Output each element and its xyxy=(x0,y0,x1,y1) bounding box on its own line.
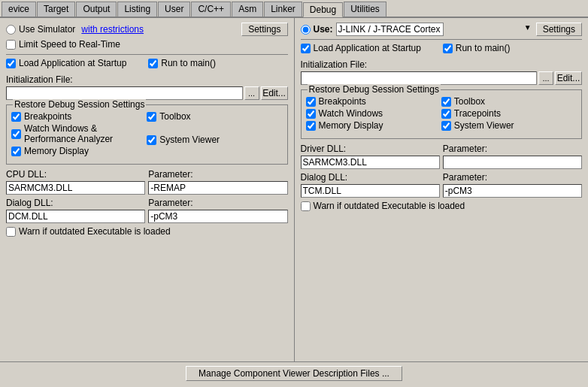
left-init-input[interactable] xyxy=(6,86,243,100)
right-dialog-param-label: Parameter: xyxy=(443,172,582,183)
right-dialog-dll-label: Dialog DLL: xyxy=(301,172,440,183)
tab-debug[interactable]: Debug xyxy=(303,2,343,17)
tab-output[interactable]: Output xyxy=(76,2,117,17)
right-driver-dll-input[interactable] xyxy=(301,156,440,169)
tab-target[interactable]: Target xyxy=(37,2,75,17)
use-radio[interactable] xyxy=(301,25,311,35)
left-load-app-row: Load Application at Startup xyxy=(6,58,145,68)
left-watch-label: Watch Windows & Performance Analyzer xyxy=(24,123,147,144)
right-sysviewer-checkbox[interactable] xyxy=(441,121,451,131)
right-toolbox-checkbox[interactable] xyxy=(441,97,451,107)
right-load-app-label: Load Application at Startup xyxy=(314,43,421,53)
tab-utilities[interactable]: Utilities xyxy=(344,2,386,17)
right-dots-button[interactable]: ... xyxy=(538,71,553,85)
left-load-app-label: Load Application at Startup xyxy=(19,58,126,68)
right-memory-checkbox[interactable] xyxy=(306,121,316,131)
right-watch-checkbox[interactable] xyxy=(306,109,316,119)
right-driver-dll-label: Driver DLL: xyxy=(301,144,440,154)
right-load-app-row: Load Application at Startup xyxy=(301,43,440,53)
simulator-radio[interactable] xyxy=(6,25,16,35)
left-dialog-param-input[interactable] xyxy=(148,210,287,223)
left-cpu-param-label: Parameter: xyxy=(148,169,287,180)
tab-bar: evice Target Output Listing User C/C++ A… xyxy=(0,0,588,18)
left-init-row: ... Edit... xyxy=(6,86,288,100)
left-warn-row: Warn if outdated Executable is loaded xyxy=(6,226,288,237)
right-warn-checkbox[interactable] xyxy=(301,201,311,211)
left-dialog-dll-label: Dialog DLL: xyxy=(6,198,145,208)
restrictions-link[interactable]: with restrictions xyxy=(81,24,144,35)
left-dialog-dll-input[interactable] xyxy=(6,210,145,223)
left-toolbox-label: Toolbox xyxy=(159,111,190,122)
use-row: Use: J-LINK / J-TRACE Cortex Settings xyxy=(301,23,583,36)
right-restore-group: Restore Debug Session Settings Breakpoin… xyxy=(301,89,583,139)
left-watch-checkbox[interactable] xyxy=(11,129,21,139)
right-restore-title: Restore Debug Session Settings xyxy=(308,84,441,95)
right-memory-label: Memory Display xyxy=(319,120,383,131)
left-dialog-param-label: Parameter: xyxy=(148,198,287,208)
left-sysviewer-checkbox[interactable] xyxy=(147,135,156,145)
left-cpu-dll-label: CPU DLL: xyxy=(6,169,145,180)
right-tracepoints-label: Tracepoints xyxy=(454,108,501,119)
jlink-select[interactable]: J-LINK / J-TRACE Cortex xyxy=(336,23,444,36)
right-panel: Use: J-LINK / J-TRACE Cortex Settings Lo… xyxy=(295,18,589,361)
right-sysviewer-label: System Viewer xyxy=(454,120,514,131)
left-settings-button[interactable]: Settings xyxy=(241,23,287,36)
right-driver-param-label: Parameter: xyxy=(443,144,582,154)
right-init-input[interactable] xyxy=(301,71,538,85)
manage-button[interactable]: Manage Component Viewer Description File… xyxy=(186,366,402,381)
use-label: Use: xyxy=(314,24,333,35)
right-settings-button[interactable]: Settings xyxy=(536,23,582,36)
left-cpu-dll-input[interactable] xyxy=(6,181,145,195)
right-breakpoints-label: Breakpoints xyxy=(319,96,366,107)
main-content: Use Simulator with restrictions Settings… xyxy=(0,18,588,361)
left-edit-button[interactable]: Edit... xyxy=(261,86,288,100)
right-breakpoints-checkbox[interactable] xyxy=(306,97,316,107)
right-run-main-checkbox[interactable] xyxy=(443,44,453,53)
tab-asm[interactable]: Asm xyxy=(232,2,263,17)
limit-speed-checkbox[interactable] xyxy=(6,40,16,50)
right-load-app-checkbox[interactable] xyxy=(301,44,311,53)
right-warn-label: Warn if outdated Executable is loaded xyxy=(314,201,465,211)
left-dots-button[interactable]: ... xyxy=(244,86,259,100)
left-run-main-label: Run to main() xyxy=(161,58,216,68)
simulator-label: Use Simulator xyxy=(19,24,75,35)
simulator-row: Use Simulator with restrictions Settings xyxy=(6,23,288,36)
right-dialog-dll-input[interactable] xyxy=(301,184,440,198)
left-cpu-param-input[interactable] xyxy=(148,181,287,195)
tab-device[interactable]: evice xyxy=(2,2,36,17)
bottom-bar: Manage Component Viewer Description File… xyxy=(0,361,588,384)
left-run-main-row: Run to main() xyxy=(148,58,287,68)
left-restore-group: Restore Debug Session Settings Breakpoin… xyxy=(6,104,288,165)
limit-speed-row: Limit Speed to Real-Time xyxy=(6,39,288,50)
right-dialog-param-input[interactable] xyxy=(443,184,582,198)
right-watch-label: Watch Windows xyxy=(319,108,383,119)
right-run-main-label: Run to main() xyxy=(456,43,511,53)
left-memory-label: Memory Display xyxy=(24,146,89,156)
left-toolbox-checkbox[interactable] xyxy=(147,112,156,122)
right-init-label: Initialization File: xyxy=(301,59,583,70)
left-run-main-checkbox[interactable] xyxy=(148,59,158,68)
right-init-row: ... Edit... xyxy=(301,71,583,85)
tab-user[interactable]: User xyxy=(158,2,190,17)
left-panel: Use Simulator with restrictions Settings… xyxy=(0,18,295,361)
right-tracepoints-checkbox[interactable] xyxy=(441,109,451,119)
tab-listing[interactable]: Listing xyxy=(117,2,157,17)
left-breakpoints-label: Breakpoints xyxy=(24,111,71,122)
right-warn-row: Warn if outdated Executable is loaded xyxy=(301,201,583,211)
right-run-main-row: Run to main() xyxy=(443,43,582,53)
limit-speed-label: Limit Speed to Real-Time xyxy=(19,39,120,50)
left-init-label: Initialization File: xyxy=(6,74,288,85)
tab-cpp[interactable]: C/C++ xyxy=(191,2,231,17)
left-warn-label: Warn if outdated Executable is loaded xyxy=(19,226,171,237)
right-driver-param-input[interactable] xyxy=(443,156,582,169)
left-memory-checkbox[interactable] xyxy=(11,147,21,156)
jlink-select-wrap: J-LINK / J-TRACE Cortex xyxy=(336,23,533,36)
right-edit-button[interactable]: Edit... xyxy=(555,71,582,85)
tab-linker[interactable]: Linker xyxy=(264,2,302,17)
left-restore-title: Restore Debug Session Settings xyxy=(13,99,146,110)
left-warn-checkbox[interactable] xyxy=(6,227,16,237)
left-sysviewer-label: System Viewer xyxy=(159,135,220,145)
left-breakpoints-checkbox[interactable] xyxy=(11,112,21,122)
left-load-app-checkbox[interactable] xyxy=(6,59,16,68)
right-toolbox-label: Toolbox xyxy=(454,96,485,107)
